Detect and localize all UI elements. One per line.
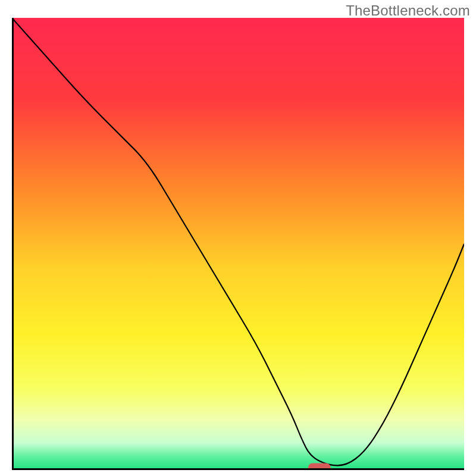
watermark-text: TheBottleneck.com [346,2,470,19]
chart-svg [12,18,464,470]
chart-background [12,18,464,470]
chart-plot-area [12,18,464,470]
